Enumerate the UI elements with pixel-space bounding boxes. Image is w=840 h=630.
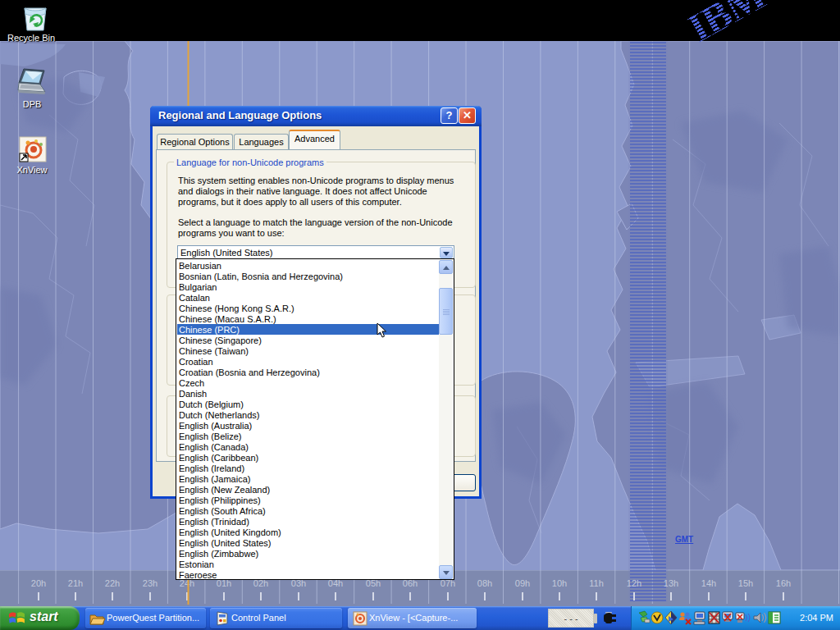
svg-text:09h: 09h (515, 578, 530, 588)
svg-text:12h: 12h (627, 578, 641, 588)
svg-text:13h: 13h (664, 578, 678, 588)
svg-text:10h: 10h (552, 578, 567, 588)
svg-text:16h: 16h (776, 578, 791, 588)
svg-text:15h: 15h (738, 578, 753, 588)
svg-text:20h: 20h (31, 578, 46, 588)
svg-text:11h: 11h (589, 578, 604, 588)
svg-text:21h: 21h (68, 578, 83, 588)
svg-text:GMT: GMT (675, 535, 693, 544)
svg-text:08h: 08h (477, 578, 492, 588)
svg-text:14h: 14h (701, 578, 716, 588)
svg-text:22h: 22h (105, 578, 120, 588)
svg-text:23h: 23h (143, 578, 158, 588)
